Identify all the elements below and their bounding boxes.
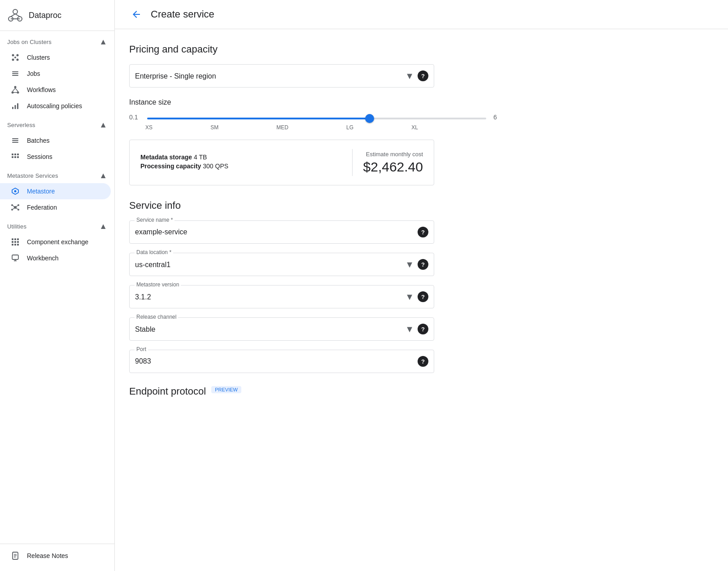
slider-label-med: MED bbox=[276, 124, 288, 131]
sidebar-item-label-metastore: Metastore bbox=[27, 188, 55, 195]
svg-rect-23 bbox=[12, 138, 18, 139]
svg-rect-30 bbox=[14, 156, 16, 158]
processing-capacity-label: Processing capacity bbox=[140, 163, 201, 170]
section-title-utilities: Utilities bbox=[7, 223, 26, 230]
svg-point-8 bbox=[12, 59, 14, 61]
sidebar-item-workflows[interactable]: Workflows bbox=[0, 82, 111, 98]
metastore-icon bbox=[11, 187, 20, 196]
sidebar-item-jobs[interactable]: Jobs bbox=[0, 66, 111, 82]
section-metastore-services: Metastore Services ▲ Metastore bbox=[0, 167, 114, 215]
release-channel-arrow: ▼ bbox=[405, 324, 414, 334]
tier-select[interactable]: Enterprise - Single region Developer Ent… bbox=[135, 72, 405, 80]
main-content-area: Create service Pricing and capacity Ente… bbox=[115, 0, 728, 571]
data-location-arrow: ▼ bbox=[405, 259, 414, 270]
tier-select-wrapper: Enterprise - Single region Developer Ent… bbox=[129, 64, 434, 88]
release-notes-icon bbox=[11, 551, 20, 560]
data-location-field: Data location * us-central1 us-east1 eur… bbox=[129, 253, 434, 276]
svg-rect-25 bbox=[12, 142, 18, 143]
svg-line-41 bbox=[16, 208, 17, 209]
svg-rect-27 bbox=[14, 154, 16, 155]
endpoint-protocol-header: Endpoint protocol PREVIEW bbox=[129, 382, 504, 397]
back-button[interactable] bbox=[129, 7, 144, 22]
svg-rect-20 bbox=[12, 107, 13, 109]
chevron-up-icon-serverless: ▲ bbox=[99, 120, 107, 130]
sidebar-item-component-exchange[interactable]: Component exchange bbox=[0, 234, 111, 250]
sidebar-item-release-notes[interactable]: Release Notes bbox=[0, 548, 111, 564]
data-location-help-icon[interactable]: ? bbox=[418, 259, 428, 270]
slider-label-sm: SM bbox=[210, 124, 218, 131]
release-channel-label: Release channel bbox=[135, 314, 178, 320]
section-header-utilities[interactable]: Utilities ▲ bbox=[0, 217, 114, 234]
endpoint-protocol-title: Endpoint protocol bbox=[129, 386, 206, 397]
federation-icon bbox=[11, 203, 20, 212]
release-channel-field: Release channel Stable Canary ▼ ? bbox=[129, 317, 434, 341]
data-location-select[interactable]: us-central1 us-east1 europe-west1 bbox=[135, 261, 405, 268]
service-name-field: Service name * ? bbox=[129, 220, 434, 244]
svg-rect-22 bbox=[17, 103, 18, 109]
release-channel-help-icon[interactable]: ? bbox=[418, 324, 428, 334]
section-header-metastore-services[interactable]: Metastore Services ▲ bbox=[0, 167, 114, 183]
sidebar-item-label-federation: Federation bbox=[27, 204, 57, 211]
svg-rect-24 bbox=[12, 140, 18, 141]
pricing-info-card: Metadata storage 4 TB Processing capacit… bbox=[129, 140, 434, 185]
sidebar-item-label-component-exchange: Component exchange bbox=[27, 238, 88, 246]
svg-rect-50 bbox=[17, 244, 19, 246]
sidebar-item-sessions[interactable]: Sessions bbox=[0, 149, 111, 165]
data-location-label: Data location * bbox=[135, 249, 173, 255]
service-info-title: Service info bbox=[129, 200, 504, 211]
service-name-label: Service name * bbox=[135, 217, 174, 223]
tier-help-icon[interactable]: ? bbox=[418, 70, 428, 81]
clusters-icon bbox=[11, 53, 20, 62]
sidebar-item-label-release-notes: Release Notes bbox=[27, 552, 68, 559]
service-name-inner: ? bbox=[129, 220, 434, 244]
sessions-icon bbox=[11, 152, 20, 161]
sidebar-bottom: Release Notes bbox=[0, 544, 114, 564]
sidebar-item-metastore[interactable]: Metastore bbox=[0, 183, 111, 199]
sidebar-item-label-sessions: Sessions bbox=[27, 153, 52, 160]
svg-point-35 bbox=[17, 204, 19, 206]
port-help-icon[interactable]: ? bbox=[418, 356, 428, 367]
svg-line-17 bbox=[13, 88, 15, 92]
slider-track bbox=[147, 114, 486, 121]
info-card-right: Estimate monthly cost $2,462.40 bbox=[363, 151, 423, 175]
metadata-storage-label: Metadata storage bbox=[140, 154, 192, 161]
svg-point-6 bbox=[12, 54, 14, 57]
chevron-up-icon-metastore: ▲ bbox=[99, 171, 107, 180]
metastore-version-help-icon[interactable]: ? bbox=[418, 291, 428, 302]
section-header-serverless[interactable]: Serverless ▲ bbox=[0, 116, 114, 132]
metastore-version-inner: 3.1.2 3.1.1 2.3.6 ▼ ? bbox=[129, 285, 434, 308]
tier-select-arrow: ▼ bbox=[405, 71, 414, 81]
svg-rect-31 bbox=[17, 156, 19, 158]
service-name-input[interactable] bbox=[135, 228, 418, 236]
metastore-version-select[interactable]: 3.1.2 3.1.1 2.3.6 bbox=[135, 293, 405, 301]
svg-rect-43 bbox=[14, 238, 16, 240]
metastore-version-arrow: ▼ bbox=[405, 292, 414, 302]
jobs-icon bbox=[11, 69, 20, 78]
slider-min-value: 0.1 bbox=[129, 114, 140, 121]
estimate-label: Estimate monthly cost bbox=[363, 151, 423, 158]
release-channel-select[interactable]: Stable Canary bbox=[135, 325, 405, 333]
svg-rect-11 bbox=[12, 71, 18, 72]
sidebar-item-autoscaling[interactable]: Autoscaling policies bbox=[0, 98, 111, 114]
instance-size-slider[interactable] bbox=[147, 118, 486, 119]
data-location-inner: us-central1 us-east1 europe-west1 ▼ ? bbox=[129, 253, 434, 276]
sidebar-item-clusters[interactable]: Clusters bbox=[0, 49, 111, 66]
svg-point-36 bbox=[11, 209, 13, 211]
port-input[interactable] bbox=[135, 357, 418, 365]
svg-rect-13 bbox=[12, 75, 18, 76]
svg-line-38 bbox=[13, 206, 14, 207]
sidebar-item-federation[interactable]: Federation bbox=[0, 199, 111, 215]
sidebar-item-label-autoscaling: Autoscaling policies bbox=[27, 102, 82, 110]
service-name-help-icon[interactable]: ? bbox=[418, 227, 428, 237]
sidebar-item-batches[interactable]: Batches bbox=[0, 132, 111, 149]
app-name: Dataproc bbox=[29, 11, 61, 20]
svg-line-39 bbox=[16, 206, 17, 207]
svg-rect-49 bbox=[14, 244, 16, 246]
batches-icon bbox=[11, 136, 20, 145]
section-header-jobs-on-clusters[interactable]: Jobs on Clusters ▲ bbox=[0, 33, 114, 49]
svg-line-4 bbox=[15, 14, 20, 17]
svg-rect-42 bbox=[12, 238, 13, 240]
metadata-storage-row: Metadata storage 4 TB bbox=[140, 154, 341, 161]
sidebar-item-workbench[interactable]: Workbench bbox=[0, 250, 111, 266]
slider-container: 0.1 6 bbox=[129, 114, 504, 121]
